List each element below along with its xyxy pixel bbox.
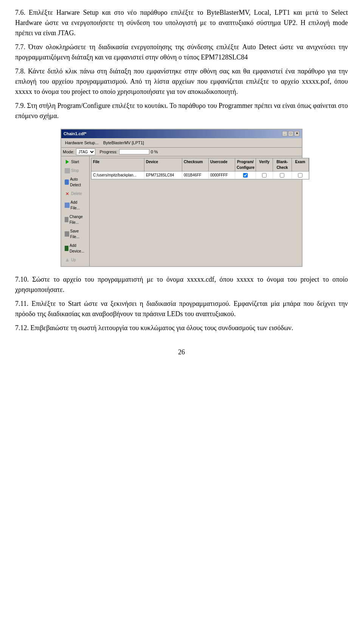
paragraph-78: 7.8. Κάντε διπλό κλικ πάνω στη διάταξη π… [15, 66, 348, 97]
blank-check-checkbox[interactable] [280, 173, 284, 178]
auto-detect-icon [65, 179, 69, 185]
main-content: 7.6. Επιλέξτε Harware Setup και στο νέο … [15, 8, 348, 333]
program-checkbox[interactable] [243, 173, 248, 178]
auto-detect-button[interactable]: Auto Detect [63, 175, 88, 189]
paragraph-79: 7.9. Στη στήλη Program/Configure επιλέξτ… [15, 101, 348, 121]
menu-bar: Hardware Setup... ByteBlasterMV [LPT1] [61, 138, 302, 148]
add-device-label: Add Device... [70, 243, 86, 254]
window-title: Chain1.cdf* [64, 131, 87, 137]
verify-checkbox[interactable] [262, 173, 267, 178]
titlebar-buttons: _ □ ✕ [282, 131, 299, 136]
delete-button[interactable]: ✕ Delete [63, 190, 88, 198]
delete-label: Delete [71, 191, 82, 196]
cell-device: EPM7128SLC84 [144, 172, 182, 179]
screenshot-window: Chain1.cdf* _ □ ✕ Hardware Setup... Byte… [60, 129, 302, 267]
delete-icon: ✕ [65, 191, 70, 196]
cell-file: C:/users/mpitz/backplan... [92, 172, 144, 179]
paragraph-76: 7.6. Επιλέξτε Harware Setup και στο νέο … [15, 8, 348, 38]
cell-blank-check[interactable] [273, 172, 292, 179]
col-program: Program/Configure [235, 158, 256, 171]
right-panel: File Device Checksum Usercode Program/Co… [90, 156, 311, 266]
col-exam: Exam [292, 158, 309, 171]
start-button[interactable]: Start [63, 158, 88, 166]
col-blank-check: Blank-Check [273, 158, 292, 171]
add-device-button[interactable]: Add Device... [63, 242, 88, 255]
cell-usercode: 0000FFFF [209, 172, 235, 179]
paragraph-712: 7.12. Επιβεβαιώστε τη σωστή λειτουργία τ… [15, 323, 348, 333]
stop-label: Stop [71, 168, 79, 173]
table-row: C:/users/mpitz/backplan... EPM7128SLC84 … [92, 172, 309, 179]
save-file-icon [65, 231, 69, 237]
progress-label: Progress: [100, 149, 118, 155]
progress-value: 0 % [151, 149, 158, 155]
progress-bar [119, 149, 149, 154]
menu-byteblaster[interactable]: ByteBlasterMV [LPT1] [101, 139, 146, 147]
minimize-button[interactable]: _ [282, 131, 287, 136]
page-number: 26 [15, 348, 348, 356]
programmer-table: File Device Checksum Usercode Program/Co… [91, 158, 309, 179]
paragraph-710: 7.10. Σώστε το αρχείο του προγραμματιστή… [15, 274, 348, 295]
up-label: Up [71, 257, 76, 263]
col-usercode: Usercode [209, 158, 235, 171]
mode-label: Mode: [63, 149, 74, 155]
paragraph-711: 7.11. Επιλέξτε το Start ώστε να ξεκινήσε… [15, 299, 348, 319]
exam-checkbox[interactable] [298, 173, 302, 178]
add-file-icon [65, 203, 70, 208]
col-device: Device [144, 158, 182, 171]
table-header: File Device Checksum Usercode Program/Co… [92, 158, 309, 172]
cell-checksum: 001B46FF [182, 172, 209, 179]
stop-button[interactable]: Stop [63, 167, 88, 175]
cell-verify[interactable] [256, 172, 273, 179]
cell-exam[interactable] [292, 172, 309, 179]
main-area: Start Stop Auto Detect ✕ Delete Add File… [61, 156, 302, 266]
mode-select[interactable]: JTAG [76, 148, 95, 155]
up-icon [65, 257, 70, 263]
add-file-button[interactable]: Add File... [63, 198, 88, 212]
change-file-label: Change File... [70, 214, 86, 225]
cell-program[interactable] [235, 172, 256, 179]
maximize-button[interactable]: □ [288, 131, 293, 136]
up-button[interactable]: Up [63, 256, 88, 264]
col-checksum: Checksum [182, 158, 209, 171]
paragraph-77: 7.7. Όταν ολοκληρώσετε τη διαδικασία ενε… [15, 42, 348, 62]
save-file-label: Save File... [70, 228, 86, 240]
toolbar-row: Mode: JTAG Progress: 0 % [61, 148, 302, 156]
add-file-label: Add File... [71, 200, 86, 211]
save-file-button[interactable]: Save File... [63, 227, 88, 241]
left-panel: Start Stop Auto Detect ✕ Delete Add File… [61, 156, 90, 266]
start-icon [65, 159, 70, 165]
window-titlebar: Chain1.cdf* _ □ ✕ [61, 129, 302, 138]
close-button[interactable]: ✕ [294, 131, 299, 136]
col-file: File [92, 158, 144, 171]
menu-hardware-setup[interactable]: Hardware Setup... [63, 139, 101, 147]
add-device-icon [65, 246, 68, 251]
start-label: Start [71, 159, 79, 165]
stop-icon [65, 168, 70, 173]
col-verify: Verify [256, 158, 273, 171]
change-file-button[interactable]: Change File... [63, 213, 88, 226]
change-file-icon [65, 217, 68, 222]
auto-detect-label: Auto Detect [70, 176, 86, 188]
